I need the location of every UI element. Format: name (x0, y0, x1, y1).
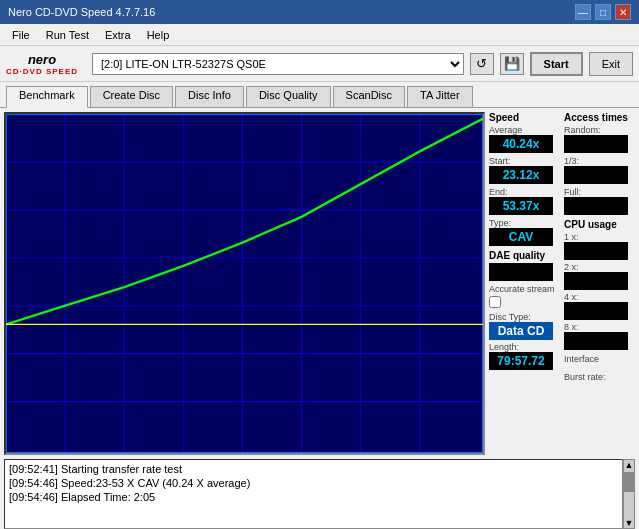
minimize-button[interactable]: — (575, 4, 591, 20)
scroll-up-button[interactable]: ▲ (625, 460, 634, 470)
window-controls: — □ ✕ (575, 4, 631, 20)
maximize-button[interactable]: □ (595, 4, 611, 20)
dae-value (489, 263, 553, 281)
tab-ta-jitter[interactable]: TA Jitter (407, 86, 473, 107)
length-value: 79:57.72 (489, 352, 553, 370)
dae-section-label: DAE quality (489, 250, 560, 261)
full-value (564, 197, 628, 215)
tab-scan-disc[interactable]: ScanDisc (333, 86, 405, 107)
full-label: Full: (564, 187, 635, 197)
start-label: Start: (489, 156, 560, 166)
disc-type-label: Disc Type: (489, 312, 560, 322)
tab-create-disc[interactable]: Create Disc (90, 86, 173, 107)
end-label: End: (489, 187, 560, 197)
cpu-usage-label: CPU usage (564, 219, 635, 230)
cpu1x-value (564, 242, 628, 260)
tab-disc-quality[interactable]: Disc Quality (246, 86, 331, 107)
scroll-thumb[interactable] (624, 472, 634, 492)
benchmark-chart: 56 X 48 X 40 X 32 X 24 X 16 X 8 X 24 20 … (6, 114, 483, 453)
menu-help[interactable]: Help (139, 27, 178, 43)
access-times-label: Access times (564, 112, 635, 123)
cpu4x-value (564, 302, 628, 320)
length-label: Length: (489, 342, 560, 352)
random-label: Random: (564, 125, 635, 135)
accurate-stream-checkbox-area (489, 296, 560, 308)
log-entry-0: [09:52:41] Starting transfer rate test (9, 462, 618, 476)
start-value: 23.12x (489, 166, 553, 184)
one-third-value (564, 166, 628, 184)
close-button[interactable]: ✕ (615, 4, 631, 20)
log-wrapper: [09:52:41] Starting transfer rate test [… (4, 459, 635, 529)
logo-nero: nero (28, 52, 56, 67)
log-entry-2: [09:54:46] Elapsed Time: 2:05 (9, 490, 618, 504)
menu-extra[interactable]: Extra (97, 27, 139, 43)
drive-select[interactable]: [2:0] LITE-ON LTR-52327S QS0E (92, 53, 464, 75)
save-button[interactable]: 💾 (500, 53, 524, 75)
toolbar: nero CD·DVD SPEED [2:0] LITE-ON LTR-5232… (0, 46, 639, 82)
main-content: 56 X 48 X 40 X 32 X 24 X 16 X 8 X 24 20 … (0, 108, 639, 459)
average-label: Average (489, 125, 560, 135)
accurate-stream-checkbox[interactable] (489, 296, 501, 308)
type-label: Type: (489, 218, 560, 228)
tab-benchmark[interactable]: Benchmark (6, 86, 88, 108)
disc-type-value: Data CD (489, 322, 553, 340)
logo-sub: CD·DVD SPEED (6, 67, 78, 76)
one-third-label: 1/3: (564, 156, 635, 166)
menu-bar: File Run Test Extra Help (0, 24, 639, 46)
random-value (564, 135, 628, 153)
scroll-down-button[interactable]: ▼ (625, 518, 634, 528)
accurate-stream-label: Accurate stream (489, 284, 560, 294)
cpu2x-value (564, 272, 628, 290)
title-text: Nero CD-DVD Speed 4.7.7.16 (8, 6, 155, 18)
cpu8x-value (564, 332, 628, 350)
title-bar: Nero CD-DVD Speed 4.7.7.16 — □ ✕ (0, 0, 639, 24)
menu-run-test[interactable]: Run Test (38, 27, 97, 43)
end-value: 53.37x (489, 197, 553, 215)
menu-file[interactable]: File (4, 27, 38, 43)
log-scrollbar[interactable]: ▲ ▼ (623, 459, 635, 529)
exit-button[interactable]: Exit (589, 52, 633, 76)
burst-rate-label: Burst rate: (564, 372, 635, 382)
right-panel: Speed Average 40.24x Start: 23.12x End: … (489, 108, 639, 459)
cpu1x-label: 1 x: (564, 232, 635, 242)
type-value: CAV (489, 228, 553, 246)
average-value: 40.24x (489, 135, 553, 153)
tab-bar: Benchmark Create Disc Disc Info Disc Qua… (0, 82, 639, 108)
app-logo: nero CD·DVD SPEED (6, 52, 78, 76)
speed-section-label: Speed (489, 112, 560, 123)
tab-disc-info[interactable]: Disc Info (175, 86, 244, 107)
cpu4x-label: 4 x: (564, 292, 635, 302)
cpu2x-label: 2 x: (564, 262, 635, 272)
chart-area: 56 X 48 X 40 X 32 X 24 X 16 X 8 X 24 20 … (4, 112, 485, 455)
cpu8x-label: 8 x: (564, 322, 635, 332)
start-button[interactable]: Start (530, 52, 583, 76)
interface-label: Interface (564, 354, 635, 364)
refresh-button[interactable]: ↺ (470, 53, 494, 75)
log-entry-1: [09:54:46] Speed:23-53 X CAV (40.24 X av… (9, 476, 618, 490)
log-area: [09:52:41] Starting transfer rate test [… (4, 459, 623, 529)
